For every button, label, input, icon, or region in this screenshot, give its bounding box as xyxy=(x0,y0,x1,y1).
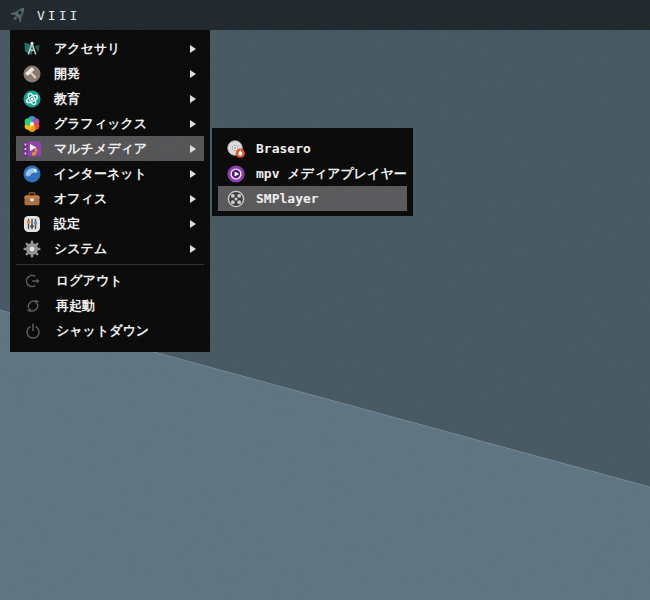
menu-separator xyxy=(16,264,204,265)
submenu-item-brasero[interactable]: Brasero xyxy=(218,136,407,161)
submenu-item-label: mpv メディアプレイヤー xyxy=(256,165,407,183)
office-icon xyxy=(22,189,42,209)
submenu-arrow-icon xyxy=(190,95,196,103)
submenu-arrow-icon xyxy=(190,220,196,228)
development-icon xyxy=(22,64,42,84)
menu-item-multimedia[interactable]: マルチメディア xyxy=(16,136,204,161)
workspace-label[interactable]: VIII xyxy=(37,8,80,23)
menu-item-label: グラフィックス xyxy=(54,115,147,133)
menu-item-shutdown[interactable]: シャットダウン xyxy=(16,318,204,343)
submenu-arrow-icon xyxy=(190,195,196,203)
smplayer-icon xyxy=(226,189,246,209)
menu-item-graphics[interactable]: グラフィックス xyxy=(16,111,204,136)
menu-item-development[interactable]: 開発 xyxy=(16,61,204,86)
submenu-arrow-icon xyxy=(190,145,196,153)
rocket-icon[interactable] xyxy=(7,4,29,26)
menu-item-label: 設定 xyxy=(54,215,80,233)
graphics-icon xyxy=(22,114,42,134)
menu-item-label: システム xyxy=(54,240,107,258)
menu-item-education[interactable]: 教育 xyxy=(16,86,204,111)
submenu-item-smplayer[interactable]: SMPlayer xyxy=(218,186,407,211)
menu-item-label: 再起動 xyxy=(56,297,95,315)
submenu-arrow-icon xyxy=(190,70,196,78)
submenu-arrow-icon xyxy=(190,120,196,128)
menu-item-label: 開発 xyxy=(54,65,80,83)
menu-item-system[interactable]: システム xyxy=(16,236,204,261)
menu-item-accessories[interactable]: アクセサリ xyxy=(16,36,204,61)
menu-item-settings[interactable]: 設定 xyxy=(16,211,204,236)
top-panel: VIII xyxy=(0,0,650,30)
menu-item-label: 教育 xyxy=(54,90,80,108)
brasero-icon xyxy=(226,139,246,159)
settings-icon xyxy=(22,214,42,234)
submenu-arrow-icon xyxy=(190,170,196,178)
internet-icon xyxy=(22,164,42,184)
menu-item-label: アクセサリ xyxy=(54,40,121,58)
menu-item-restart[interactable]: 再起動 xyxy=(16,293,204,318)
menu-item-label: シャットダウン xyxy=(56,322,149,340)
menu-item-logout[interactable]: ログアウト xyxy=(16,268,204,293)
multimedia-icon xyxy=(22,139,42,159)
submenu-arrow-icon xyxy=(190,245,196,253)
menu-item-label: マルチメディア xyxy=(54,140,147,158)
education-icon xyxy=(22,89,42,109)
mpv-icon xyxy=(226,164,246,184)
submenu-arrow-icon xyxy=(190,45,196,53)
logout-icon xyxy=(24,272,42,290)
system-icon xyxy=(22,239,42,259)
accessories-icon xyxy=(22,39,42,59)
menu-item-label: オフィス xyxy=(54,190,107,208)
multimedia-submenu: Brasero mpv メディアプレイヤー SMPlayer xyxy=(212,128,413,216)
menu-item-label: ログアウト xyxy=(56,272,123,290)
menu-item-office[interactable]: オフィス xyxy=(16,186,204,211)
submenu-item-mpv[interactable]: mpv メディアプレイヤー xyxy=(218,161,407,186)
applications-menu: アクセサリ 開発 xyxy=(10,30,210,352)
menu-item-label: インターネット xyxy=(54,165,147,183)
submenu-item-label: Brasero xyxy=(256,141,311,156)
shutdown-icon xyxy=(24,322,42,340)
restart-icon xyxy=(24,297,42,315)
menu-item-internet[interactable]: インターネット xyxy=(16,161,204,186)
submenu-item-label: SMPlayer xyxy=(256,191,319,206)
